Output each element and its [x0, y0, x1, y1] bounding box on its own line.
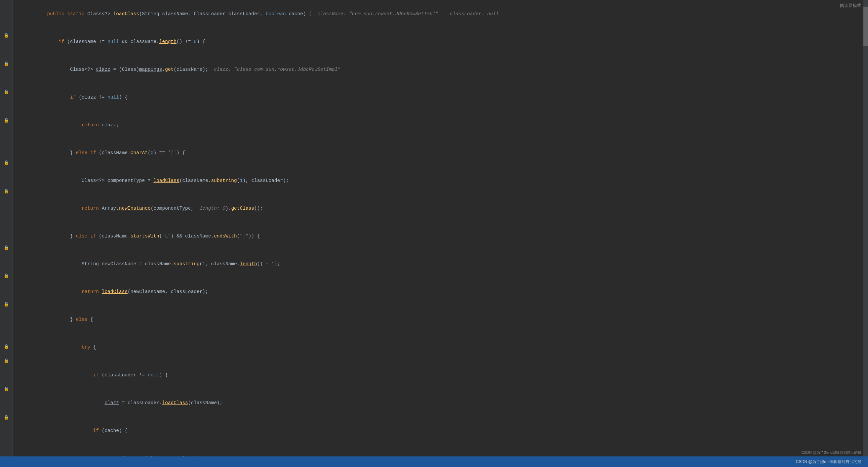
- code-line-15: clazz = classLoader.loadClass(className)…: [12, 389, 868, 417]
- gutter-icon-7: 🔒: [1, 85, 11, 99]
- line-code-9: } else if (className.startsWith("L") && …: [12, 222, 868, 250]
- code-editor[interactable]: 阅读器模式 public static Class<?> loadClass(S…: [12, 0, 868, 467]
- line-code-8: return Array.newInstance(componentType, …: [12, 195, 868, 222]
- code-line-12: } else {: [12, 305, 868, 333]
- bottom-bar-text: CSDN @为了媳md编辑器到自己的最: [796, 459, 861, 465]
- code-line-1: public static Class<?> loadClass(String …: [12, 0, 868, 28]
- line-code-10: String newClassName = className.substrin…: [12, 250, 868, 278]
- gutter-icon-23: [1, 311, 11, 325]
- gutter-icon-9: 🔒: [1, 113, 11, 127]
- line-code-1: public static Class<?> loadClass(String …: [12, 0, 868, 28]
- line-code-11: return loadClass(newClassName, classLoad…: [12, 278, 868, 305]
- gutter-icon-24: [1, 325, 11, 340]
- gutter-icon-10: [1, 127, 11, 142]
- gutter-icon-3: 🔒: [1, 28, 11, 43]
- code-line-6: } else if (className.charAt(0) == '[') {: [12, 139, 868, 167]
- line-code-13: try {: [12, 333, 868, 361]
- gutter-icon-32: [1, 439, 11, 453]
- line-code-14: if (classLoader != null) {: [12, 361, 868, 389]
- gutter-icon-4: [1, 42, 11, 57]
- csdn-watermark: CSDN @为了媳md编辑器到自己的最: [801, 450, 861, 455]
- gutter-icon-19: [1, 255, 11, 269]
- gutter-icon-2: [1, 14, 11, 28]
- gutter-icon-25: 🔒: [1, 340, 11, 354]
- gutter-icon-14: 🔒: [1, 184, 11, 198]
- code-line-8: return Array.newInstance(componentType, …: [12, 195, 868, 222]
- code-line-3: Class<?> clazz = (Class)mappings.get(cla…: [12, 56, 868, 83]
- gutter-icon-13: [1, 170, 11, 184]
- line-code-7: Class<?> componentType = loadClass(class…: [12, 167, 868, 195]
- gutter-icon-26: 🔒: [1, 354, 11, 368]
- code-line-13: try {: [12, 333, 868, 361]
- bottom-status-bar: CSDN @为了媳md编辑器到自己的最: [0, 457, 868, 467]
- gutter-icon-6: [1, 71, 11, 85]
- editor-container: 🔒 🔒 🔒 🔒 🔒 🔒 🔒 🔒 🔒 🔒 🔒 🔒 🔒 🔒 阅读: [0, 0, 868, 467]
- gutter-icon-22: 🔒: [1, 297, 11, 311]
- gutter-icon-28: 🔒: [1, 382, 11, 396]
- code-line-7: Class<?> componentType = loadClass(class…: [12, 167, 868, 195]
- line-code-15: clazz = classLoader.loadClass(className)…: [12, 389, 868, 417]
- code-line-14: if (classLoader != null) {: [12, 361, 868, 389]
- gutter-icon-8: [1, 99, 11, 113]
- gutter-icon-5: 🔒: [1, 57, 11, 71]
- scrollbar[interactable]: [863, 0, 868, 467]
- gutter-icon-1: [1, 0, 11, 14]
- gutter-icon-18: 🔒: [1, 240, 11, 255]
- line-code-12: } else {: [12, 305, 868, 333]
- gutter-icon-21: [1, 283, 11, 297]
- line-code-5: return clazz;: [12, 111, 868, 139]
- code-line-2: if (className != null && className.lengt…: [12, 28, 868, 56]
- gutter-icon-11: [1, 142, 11, 156]
- code-line-10: String newClassName = className.substrin…: [12, 250, 868, 278]
- code-line-11: return loadClass(newClassName, classLoad…: [12, 278, 868, 305]
- gutter-icon-31: [1, 424, 11, 439]
- line-code-6: } else if (className.charAt(0) == '[') {: [12, 139, 868, 167]
- gutter-icon-12: 🔒: [1, 156, 11, 170]
- code-line-16: if (cache) {: [12, 417, 868, 444]
- gutter-icon-20: 🔒: [1, 269, 11, 283]
- gutter-icon-27: [1, 368, 11, 382]
- gutter-icon-15: [1, 198, 11, 212]
- code-content: public static Class<?> loadClass(String …: [12, 0, 868, 467]
- line-code-4: if (clazz != null) {: [12, 83, 868, 111]
- line-code-2: if (className != null && className.lengt…: [12, 28, 868, 56]
- gutter-icon-29: [1, 396, 11, 410]
- editor-gutter: 🔒 🔒 🔒 🔒 🔒 🔒 🔒 🔒 🔒 🔒 🔒 🔒 🔒 🔒: [0, 0, 12, 467]
- gutter-icon-16: [1, 212, 11, 227]
- line-code-3: Class<?> clazz = (Class)mappings.get(cla…: [12, 56, 868, 83]
- scrollbar-thumb[interactable]: [863, 7, 868, 46]
- code-line-5: return clazz;: [12, 111, 868, 139]
- gutter-icon-30: 🔒: [1, 410, 11, 425]
- code-line-4: if (clazz != null) {: [12, 83, 868, 111]
- line-code-16: if (cache) {: [12, 417, 868, 444]
- gutter-icon-17: [1, 227, 11, 241]
- code-line-9: } else if (className.startsWith("L") && …: [12, 222, 868, 250]
